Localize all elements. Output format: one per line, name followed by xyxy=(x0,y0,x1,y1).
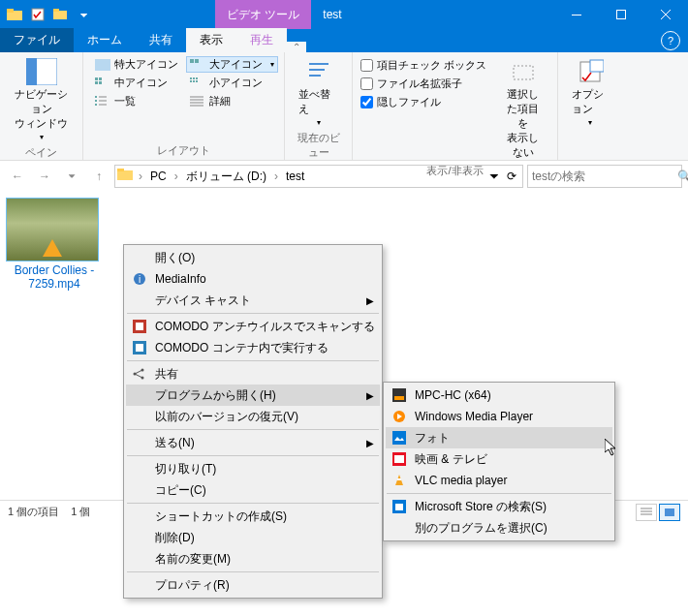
svg-rect-19 xyxy=(190,80,192,82)
svg-rect-10 xyxy=(190,59,194,63)
tab-view[interactable]: 表示 xyxy=(186,28,236,52)
layout-list[interactable]: 一覧 xyxy=(91,93,182,109)
new-folder-icon[interactable] xyxy=(50,4,72,25)
app-movies-tv[interactable]: 映画 & テレビ xyxy=(386,448,612,470)
svg-rect-43 xyxy=(665,508,674,516)
back-button[interactable]: ← xyxy=(6,165,29,188)
ctx-cast[interactable]: デバイス キャスト▶ xyxy=(126,290,380,311)
ctx-send-to[interactable]: 送る(N)▶ xyxy=(126,432,380,453)
ctx-mediainfo[interactable]: iMediaInfo xyxy=(126,268,380,290)
tab-file[interactable]: ファイル xyxy=(0,28,74,52)
chk-hidden[interactable]: 隠しファイル xyxy=(360,95,486,109)
svg-rect-56 xyxy=(392,431,406,445)
details-view-icon[interactable] xyxy=(636,504,657,521)
chevron-right-icon[interactable]: › xyxy=(272,169,280,183)
folder-icon xyxy=(117,168,135,185)
address-dropdown-icon[interactable]: ⏷ xyxy=(485,169,503,183)
hide-selected-button[interactable]: 選択した項目を 表示しない xyxy=(496,56,549,162)
layout-sm[interactable]: 小アイコン xyxy=(186,75,278,91)
svg-rect-58 xyxy=(394,455,404,463)
minimize-button[interactable] xyxy=(554,0,599,29)
refresh-icon[interactable]: ⟳ xyxy=(503,169,520,183)
svg-point-50 xyxy=(134,373,137,376)
crumb-folder[interactable]: test xyxy=(282,169,308,183)
up-button[interactable]: ↑ xyxy=(87,165,110,188)
thumbnails-view-icon[interactable] xyxy=(659,504,680,521)
photos-icon xyxy=(391,430,407,446)
svg-rect-20 xyxy=(193,80,195,82)
svg-rect-16 xyxy=(190,77,192,79)
ctx-shortcut[interactable]: ショートカットの作成(S) xyxy=(126,506,380,527)
store-icon xyxy=(391,499,407,514)
mpc-icon xyxy=(391,387,407,403)
mediainfo-icon: i xyxy=(132,271,147,287)
close-button[interactable] xyxy=(643,0,688,29)
crumb-volume[interactable]: ボリューム (D:) xyxy=(182,169,270,185)
sort-button[interactable]: 並べ替え ▾ xyxy=(293,56,344,129)
layout-md[interactable]: 中アイコン xyxy=(91,75,182,91)
ctx-comodo-run[interactable]: COMODO コンテナ内で実行する xyxy=(126,337,380,358)
qat-dropdown-icon[interactable]: ⏷ xyxy=(74,4,95,25)
nav-pane-label: ナビゲーション ウィンドウ xyxy=(14,87,69,131)
svg-rect-15 xyxy=(99,81,102,84)
file-item[interactable]: Border Collies - 7259.mp4 xyxy=(6,198,103,292)
share-icon xyxy=(132,366,147,382)
svg-rect-13 xyxy=(99,77,102,80)
layout-xl[interactable]: 特大アイコン xyxy=(91,56,182,73)
ctx-prev-versions[interactable]: 以前のバージョンの復元(V) xyxy=(126,406,380,427)
selection-count: 1 個 xyxy=(71,505,90,519)
group-pane-label: ペイン xyxy=(8,143,75,160)
app-vlc[interactable]: VLC media player xyxy=(386,470,612,491)
svg-rect-22 xyxy=(95,96,97,98)
nav-pane-button[interactable]: ナビゲーション ウィンドウ ▾ xyxy=(8,56,75,143)
chk-extensions[interactable]: ファイル名拡張子 xyxy=(360,77,486,91)
tab-play[interactable]: 再生 xyxy=(236,28,287,52)
app-wmp[interactable]: Windows Media Player xyxy=(386,406,612,427)
wmp-icon xyxy=(391,409,407,424)
search-input[interactable] xyxy=(532,169,677,183)
comodo-icon xyxy=(132,319,147,334)
history-dropdown[interactable]: ⏷ xyxy=(60,165,83,188)
file-name: Border Collies - 7259.mp4 xyxy=(6,263,103,292)
ctx-copy[interactable]: コピー(C) xyxy=(126,479,380,501)
maximize-button[interactable] xyxy=(599,0,643,29)
layout-details[interactable]: 詳細 xyxy=(186,93,278,109)
search-icon[interactable]: 🔍 xyxy=(677,169,688,183)
ribbon-collapse-icon[interactable]: ⌃ xyxy=(287,42,306,52)
tab-share[interactable]: 共有 xyxy=(136,28,186,52)
svg-rect-47 xyxy=(136,323,143,330)
ctx-share[interactable]: 共有 xyxy=(126,363,380,385)
svg-rect-17 xyxy=(193,77,195,79)
options-button[interactable]: オプション ▾ xyxy=(566,56,614,129)
ctx-open[interactable]: 開く(O) xyxy=(126,247,380,268)
ctx-cut[interactable]: 切り取り(T) xyxy=(126,458,380,479)
layout-lg[interactable]: 大アイコン▾ xyxy=(186,56,278,73)
ctx-comodo-scan[interactable]: COMODO アンチウイルスでスキャンする xyxy=(126,316,380,337)
ctx-delete[interactable]: 削除(D) xyxy=(126,527,380,548)
app-photos[interactable]: フォト xyxy=(386,427,612,448)
crumb-pc[interactable]: PC xyxy=(146,169,171,183)
svg-rect-6 xyxy=(617,11,626,19)
svg-point-51 xyxy=(141,369,144,372)
app-mpc[interactable]: MPC-HC (x64) xyxy=(386,385,612,406)
help-icon[interactable]: ? xyxy=(661,31,680,50)
quick-access-toolbar: ⏷ xyxy=(0,4,99,25)
svg-rect-3 xyxy=(53,11,67,19)
chk-item-boxes[interactable]: 項目チェック ボックス xyxy=(360,58,486,73)
ctx-rename[interactable]: 名前の変更(M) xyxy=(126,548,380,570)
search-box[interactable]: 🔍 xyxy=(527,165,682,188)
svg-rect-59 xyxy=(397,478,401,480)
app-store-search[interactable]: Microsoft Store の検索(S) xyxy=(386,496,612,517)
svg-rect-23 xyxy=(95,100,97,102)
ctx-open-with[interactable]: プログラムから開く(H)▶ xyxy=(126,385,380,406)
ctx-properties[interactable]: プロパティ(R) xyxy=(126,574,380,596)
tab-home[interactable]: ホーム xyxy=(74,28,136,52)
forward-button[interactable]: → xyxy=(33,165,56,188)
app-choose-another[interactable]: 別のプログラムを選択(C) xyxy=(386,517,612,539)
props-icon[interactable] xyxy=(27,4,48,25)
chevron-right-icon[interactable]: › xyxy=(172,169,180,183)
breadcrumb[interactable]: › PC › ボリューム (D:) › test ⏷ ⟳ xyxy=(114,165,523,188)
chevron-right-icon[interactable]: › xyxy=(137,169,144,183)
chevron-right-icon: ▶ xyxy=(366,295,374,306)
svg-rect-18 xyxy=(196,77,198,79)
